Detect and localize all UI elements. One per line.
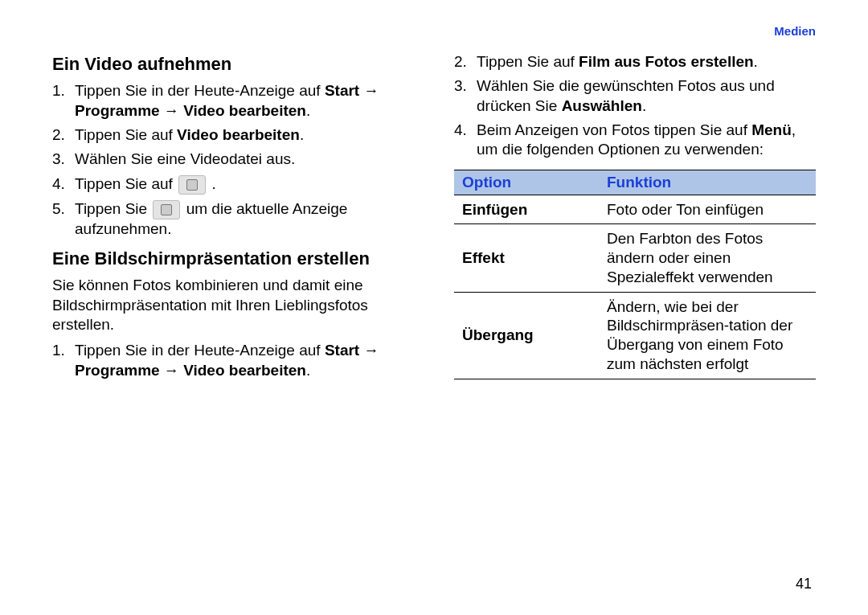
step-item: Tippen Sie in der Heute-Anzeige auf Star…: [52, 81, 414, 121]
step-bold: Video bearbeiten: [177, 126, 300, 143]
page-number: 41: [796, 576, 812, 592]
td-option: Effekt: [454, 224, 599, 292]
right-column: Tippen Sie auf Film aus Fotos erstellen.…: [454, 46, 816, 390]
step-bold: Auswählen: [562, 97, 642, 114]
td-function: Ändern, wie bei der Bildschirmpräsen-tat…: [599, 292, 816, 379]
step-item: Tippen Sie auf Film aus Fotos erstellen.: [454, 52, 816, 72]
section-header: Medien: [52, 24, 816, 38]
two-column-layout: Ein Video aufnehmen Tippen Sie in der He…: [52, 46, 816, 390]
step-item: Tippen Sie auf .: [52, 174, 414, 195]
step-text: Tippen Sie auf: [75, 175, 177, 192]
td-function: Den Farbton des Fotos ändern oder einen …: [599, 224, 816, 292]
step-text: Wählen Sie eine Videodatei aus.: [75, 150, 295, 167]
td-function: Foto oder Ton einfügen: [599, 195, 816, 224]
step-text: Tippen Sie in der Heute-Anzeige auf: [75, 82, 325, 99]
step-item: Beim Anzeigen von Fotos tippen Sie auf M…: [454, 121, 816, 160]
step-text: .: [300, 126, 304, 143]
step-bold: Film aus Fotos erstellen: [579, 53, 754, 70]
td-option: Übergang: [454, 292, 599, 379]
step-item: Tippen Sie um die aktuelle Anzeige aufzu…: [52, 199, 414, 239]
heading-slideshow: Eine Bildschirmpräsentation erstellen: [52, 248, 414, 269]
table-row: Effekt Den Farbton des Fotos ändern oder…: [454, 224, 816, 292]
step-item: Tippen Sie in der Heute-Anzeige auf Star…: [52, 341, 414, 380]
step-text: .: [642, 97, 646, 114]
options-table: Option Funktion Einfügen Foto oder Ton e…: [454, 170, 816, 379]
step-item: Wählen Sie eine Videodatei aus.: [52, 150, 414, 169]
step-text: .: [306, 102, 310, 119]
step-bold: Menü: [751, 121, 792, 138]
steps-record-video: Tippen Sie in der Heute-Anzeige auf Star…: [52, 81, 414, 239]
camera-icon: [153, 200, 180, 219]
manual-page: Medien Ein Video aufnehmen Tippen Sie in…: [0, 0, 868, 615]
step-text: Beim Anzeigen von Fotos tippen Sie auf: [477, 121, 751, 138]
steps-slideshow-left: Tippen Sie in der Heute-Anzeige auf Star…: [52, 341, 414, 380]
steps-slideshow-right: Tippen Sie auf Film aus Fotos erstellen.…: [454, 52, 816, 160]
table-row: Übergang Ändern, wie bei der Bildschirmp…: [454, 292, 816, 379]
th-function: Funktion: [599, 170, 816, 195]
step-item: Wählen Sie die gewünschten Fotos aus und…: [454, 76, 816, 116]
intro-text: Sie können Fotos kombinieren und damit e…: [52, 276, 414, 334]
td-option: Einfügen: [454, 195, 599, 224]
step-item: Tippen Sie auf Video bearbeiten.: [52, 125, 414, 145]
step-text: .: [754, 53, 758, 70]
th-option: Option: [454, 170, 599, 195]
step-text: Tippen Sie auf: [75, 126, 177, 143]
tool-icon: [178, 175, 206, 195]
table-header-row: Option Funktion: [454, 170, 816, 195]
step-text: Tippen Sie auf: [477, 53, 579, 70]
left-column: Ein Video aufnehmen Tippen Sie in der He…: [52, 46, 414, 390]
step-text: .: [306, 362, 310, 379]
step-text: Tippen Sie in der Heute-Anzeige auf: [75, 342, 325, 359]
step-text: Tippen Sie: [75, 200, 151, 217]
heading-record-video: Ein Video aufnehmen: [52, 54, 414, 75]
table-row: Einfügen Foto oder Ton einfügen: [454, 195, 816, 224]
step-text: .: [207, 175, 216, 192]
